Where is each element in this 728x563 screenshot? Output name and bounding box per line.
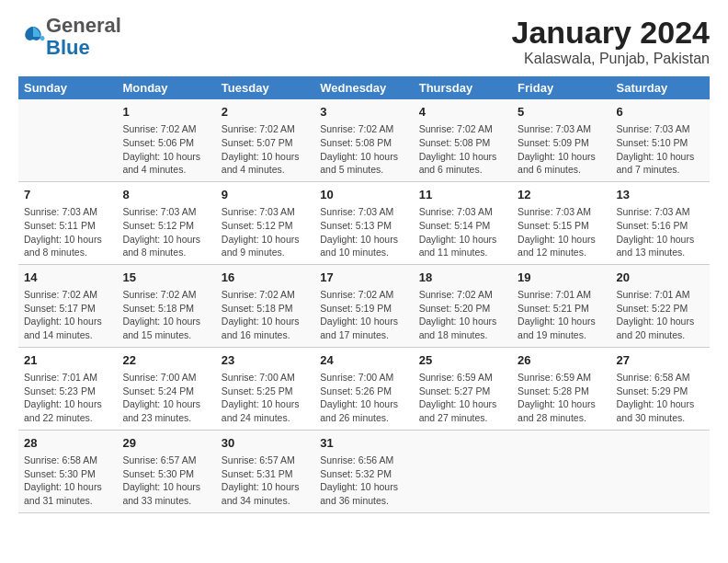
calendar-cell: 10Sunrise: 7:03 AMSunset: 5:13 PMDayligh…: [314, 181, 413, 264]
day-info-text: Sunset: 5:30 PM: [24, 467, 111, 481]
day-number: 29: [122, 435, 210, 452]
day-number: 5: [518, 104, 605, 121]
day-info-text: Sunset: 5:13 PM: [320, 219, 407, 233]
day-number: 22: [122, 352, 210, 369]
day-header-friday: Friday: [512, 76, 610, 99]
day-number: 11: [419, 187, 506, 203]
calendar-week-row: 28Sunrise: 6:58 AMSunset: 5:30 PMDayligh…: [18, 430, 710, 512]
calendar-cell: [512, 430, 610, 512]
day-info-text: Sunrise: 7:01 AM: [617, 288, 704, 302]
calendar-cell: 8Sunrise: 7:03 AMSunset: 5:12 PMDaylight…: [117, 181, 215, 264]
calendar-cell: 7Sunrise: 7:03 AMSunset: 5:11 PMDaylight…: [18, 181, 117, 264]
day-info-text: Daylight: 10 hours: [419, 315, 506, 328]
day-number: 10: [320, 187, 407, 203]
calendar-cell: [414, 430, 512, 512]
day-info-text: and 4 minutes.: [122, 163, 210, 177]
day-info-text: Sunrise: 7:00 AM: [122, 371, 210, 385]
day-info-text: and 23 minutes.: [122, 411, 210, 425]
calendar-cell: 23Sunrise: 7:00 AMSunset: 5:25 PMDayligh…: [216, 347, 314, 430]
calendar-subtitle: Kalaswala, Punjab, Pakistan: [512, 51, 711, 67]
day-info-text: and 16 minutes.: [222, 328, 309, 342]
day-info-text: Daylight: 10 hours: [617, 315, 704, 328]
day-number: 1: [122, 104, 210, 121]
calendar-cell: 29Sunrise: 6:57 AMSunset: 5:30 PMDayligh…: [117, 430, 215, 512]
day-info-text: Sunrise: 6:57 AM: [122, 454, 210, 467]
calendar-cell: 4Sunrise: 7:02 AMSunset: 5:08 PMDaylight…: [414, 99, 512, 181]
day-info-text: Sunset: 5:19 PM: [320, 302, 407, 316]
day-info-text: Sunset: 5:15 PM: [518, 219, 605, 233]
day-info-text: Daylight: 10 hours: [24, 480, 111, 494]
calendar-cell: [18, 99, 117, 181]
day-info-text: Daylight: 10 hours: [617, 150, 704, 164]
day-number: 16: [222, 270, 309, 286]
day-info-text: Sunset: 5:08 PM: [320, 136, 407, 150]
day-info-text: Daylight: 10 hours: [617, 397, 704, 411]
day-number: 18: [419, 270, 506, 286]
day-info-text: Daylight: 10 hours: [122, 397, 210, 411]
logo-text: General Blue: [46, 15, 121, 59]
day-info-text: and 24 minutes.: [222, 411, 309, 425]
day-info-text: Sunset: 5:09 PM: [518, 136, 605, 150]
day-info-text: and 26 minutes.: [320, 411, 407, 425]
calendar-cell: 24Sunrise: 7:00 AMSunset: 5:26 PMDayligh…: [314, 347, 413, 430]
day-number: 3: [320, 104, 407, 121]
day-info-text: Sunrise: 7:03 AM: [617, 122, 704, 136]
day-info-text: and 4 minutes.: [222, 163, 309, 177]
day-info-text: Daylight: 10 hours: [518, 150, 605, 164]
day-info-text: Daylight: 10 hours: [222, 397, 309, 411]
calendar-table: SundayMondayTuesdayWednesdayThursdayFrid…: [18, 76, 710, 513]
day-info-text: and 18 minutes.: [419, 328, 506, 342]
day-info-text: Sunrise: 7:03 AM: [419, 205, 506, 219]
day-info-text: Daylight: 10 hours: [518, 397, 605, 411]
day-info-text: and 13 minutes.: [617, 246, 704, 259]
calendar-week-row: 21Sunrise: 7:01 AMSunset: 5:23 PMDayligh…: [18, 347, 710, 430]
day-info-text: and 17 minutes.: [320, 328, 407, 342]
day-info-text: Daylight: 10 hours: [222, 480, 309, 494]
day-info-text: and 34 minutes.: [222, 494, 309, 508]
day-info-text: Daylight: 10 hours: [320, 233, 407, 247]
day-info-text: Daylight: 10 hours: [24, 315, 111, 328]
day-header-tuesday: Tuesday: [216, 76, 314, 99]
day-info-text: Sunset: 5:25 PM: [222, 385, 309, 398]
day-number: 6: [617, 104, 704, 121]
day-info-text: Sunset: 5:24 PM: [122, 385, 210, 398]
calendar-cell: 27Sunrise: 6:58 AMSunset: 5:29 PMDayligh…: [611, 347, 710, 430]
day-info-text: and 20 minutes.: [617, 328, 704, 342]
day-number: 9: [222, 187, 309, 203]
day-info-text: and 11 minutes.: [419, 246, 506, 259]
day-info-text: Sunset: 5:27 PM: [419, 385, 506, 398]
day-info-text: Sunrise: 6:58 AM: [617, 371, 704, 385]
calendar-cell: 15Sunrise: 7:02 AMSunset: 5:18 PMDayligh…: [117, 264, 215, 347]
day-info-text: Sunrise: 6:57 AM: [222, 454, 309, 467]
day-info-text: Sunrise: 7:02 AM: [419, 288, 506, 302]
day-info-text: Daylight: 10 hours: [222, 233, 309, 247]
day-info-text: Sunset: 5:31 PM: [222, 467, 309, 481]
day-number: 28: [24, 435, 111, 452]
day-info-text: Sunset: 5:26 PM: [320, 385, 407, 398]
day-info-text: Sunset: 5:17 PM: [24, 302, 111, 316]
calendar-title: January 2024: [512, 15, 711, 51]
calendar-cell: 3Sunrise: 7:02 AMSunset: 5:08 PMDaylight…: [314, 99, 413, 181]
day-info-text: Sunset: 5:11 PM: [24, 219, 111, 233]
day-info-text: Sunrise: 7:03 AM: [222, 205, 309, 219]
day-number: 24: [320, 352, 407, 369]
day-info-text: and 6 minutes.: [518, 163, 605, 177]
logo-bird-icon: [20, 24, 46, 50]
day-info-text: and 14 minutes.: [24, 328, 111, 342]
calendar-cell: 13Sunrise: 7:03 AMSunset: 5:16 PMDayligh…: [611, 181, 710, 264]
day-info-text: and 5 minutes.: [320, 163, 407, 177]
day-info-text: Sunset: 5:29 PM: [617, 385, 704, 398]
day-number: 25: [419, 352, 506, 369]
day-info-text: and 8 minutes.: [24, 246, 111, 259]
calendar-week-row: 1Sunrise: 7:02 AMSunset: 5:06 PMDaylight…: [18, 99, 710, 181]
day-number: 26: [518, 352, 605, 369]
day-number: 23: [222, 352, 309, 369]
day-header-saturday: Saturday: [611, 76, 710, 99]
day-info-text: Sunrise: 7:03 AM: [617, 205, 704, 219]
day-info-text: Sunrise: 7:02 AM: [419, 122, 506, 136]
day-header-sunday: Sunday: [18, 76, 117, 99]
day-info-text: and 10 minutes.: [320, 246, 407, 259]
calendar-cell: 12Sunrise: 7:03 AMSunset: 5:15 PMDayligh…: [512, 181, 610, 264]
day-info-text: Daylight: 10 hours: [222, 150, 309, 164]
day-info-text: Sunrise: 7:03 AM: [320, 205, 407, 219]
